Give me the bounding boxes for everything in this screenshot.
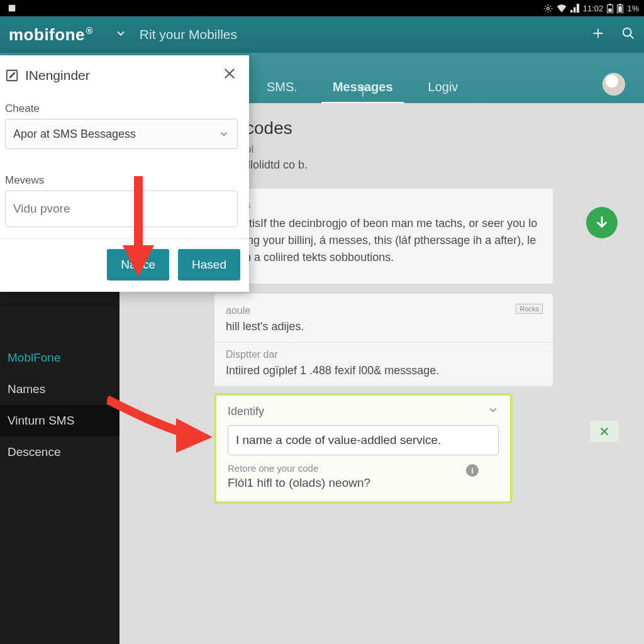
close-icon [599,426,610,437]
label-mevews: Mevews [5,174,240,187]
identify-input[interactable] [228,425,499,455]
sidebar-item-vinturn-sms[interactable]: Vinturn SMS [0,405,119,436]
card2-label-1: aoule [226,305,541,316]
svg-rect-4 [609,4,611,5]
header-title: Rit your Mobilles [140,27,237,42]
svg-rect-0 [9,5,16,12]
wifi-icon [557,4,567,13]
label-create: Cheate [5,103,240,115]
svg-point-1 [547,7,549,9]
sidebar-item-descence[interactable]: Descence [0,436,119,468]
info-icon[interactable]: i [466,464,479,477]
card1-text: loclutisIf the decinbrogjo of beon man m… [226,215,541,266]
app-header: mobifone® Rit your Mobilles [0,16,644,53]
card2-text-1: hill lest's adijes. [226,320,541,333]
svg-rect-3 [608,8,612,12]
card2-text-2: Intiired ogïplef 1 .488 fexif l00& messs… [226,364,541,377]
chevron-down-icon [218,128,230,140]
dismiss-button[interactable] [590,421,619,442]
search-button[interactable] [621,26,635,43]
status-battery: 1% [627,4,639,13]
primary-button[interactable]: Nance [107,249,169,280]
card2-badge: Rocks [516,304,543,314]
identify-collapse[interactable] [487,404,499,419]
card2-label-2: Disptter dar [226,349,541,360]
brand-dropdown[interactable] [114,27,127,42]
notification-icon [8,4,16,13]
page-title: codes [245,118,625,138]
svg-point-8 [623,28,631,36]
search-icon [621,26,635,40]
gear-icon [543,4,553,13]
edit-icon [5,69,19,82]
sidebar-item-mobifone[interactable]: MoblFone [0,342,119,374]
identify-panel: Identify i Retore one your code Flól1 hi… [214,393,513,504]
dialog-title: INenginder [25,68,90,83]
secondary-button[interactable]: Hased [178,249,240,280]
info-card-1: ames loclutisIf the decinbrogjo of beon … [214,188,553,284]
svg-rect-7 [619,4,621,5]
sidebar-item-names[interactable]: Names [0,374,119,405]
mevews-input[interactable] [13,202,230,216]
antenna-icon [357,86,369,102]
page-subtitle-2: illolidtd co b. [245,158,625,172]
plus-icon [591,26,605,40]
type-select[interactable]: Apor at SMS Bessagess [5,119,238,149]
select-value: Apor at SMS Bessagess [13,128,136,141]
tab-sms[interactable]: SMS. [249,80,315,103]
tab-messages[interactable]: Messages [315,80,411,103]
identify-hint-text: Flól1 hifl to (olads) neown? [228,476,499,490]
battery-icon [607,4,613,13]
chevron-down-icon [114,27,127,40]
signal-icon [570,4,579,13]
svg-rect-6 [618,6,622,11]
identify-header: Identify [228,405,264,418]
identify-hint-label: Retore one your code [228,463,499,474]
dialog-close-button[interactable] [219,64,240,86]
avatar[interactable] [602,73,625,96]
status-time: 11:02 [583,4,604,13]
create-dialog: INenginder Cheate Apor at SMS Bessagess … [0,55,249,292]
chevron-down-icon [487,404,499,416]
download-arrow-icon [594,214,610,231]
info-card-2: Rocks aoule hill lest's adijes. Disptter… [214,293,553,387]
card1-label: ames [226,200,541,211]
page-subtitle-1: ol [245,143,625,156]
add-button[interactable] [591,26,605,43]
close-icon [223,67,236,80]
battery-icon [617,4,623,13]
download-fab[interactable] [586,207,618,238]
brand-logo: mobifone® [9,25,93,45]
tab-logiv[interactable]: Logiv [411,80,476,103]
android-status-bar: 11:02 1% [0,0,644,16]
